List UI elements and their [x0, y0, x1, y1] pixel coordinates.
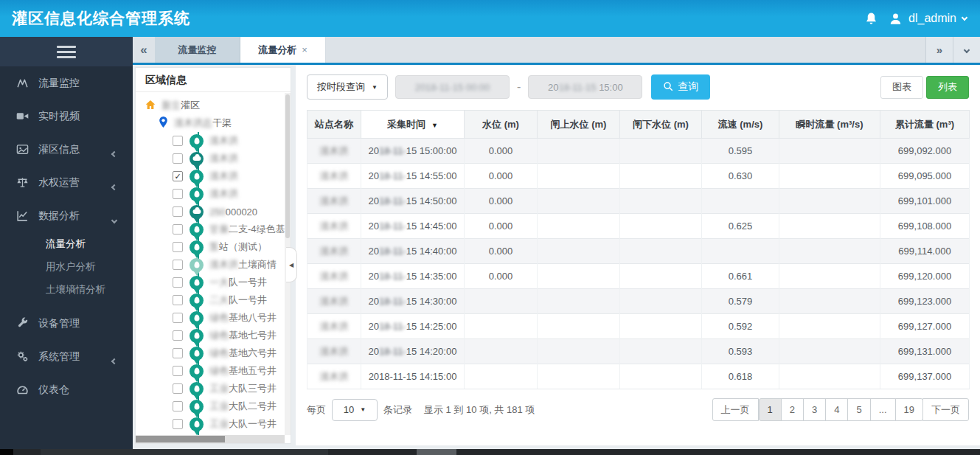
tree-item[interactable]: 绿色基地八号井: [145, 309, 285, 327]
tree-horizontal-scrollbar[interactable]: [136, 435, 285, 443]
sidebar-item[interactable]: 系统管理: [0, 340, 133, 373]
table-row[interactable]: 漠木洪2018-11-15 14:40:000.000699,114.000: [307, 239, 970, 264]
time-cell: 2018-11-15 14:55:00: [361, 164, 465, 189]
sidebar-item[interactable]: 设备管理: [0, 307, 133, 340]
date-to-input[interactable]: 2018-11-15 15:00: [528, 75, 642, 99]
tree-item[interactable]: 工业大队一号井: [145, 415, 285, 433]
tree-item[interactable]: 工业大队二号井: [145, 397, 285, 415]
tree-checkbox[interactable]: [173, 383, 183, 394]
tree-item[interactable]: 绿色基地七号井: [145, 327, 285, 344]
table-row[interactable]: 漠木洪2018-11-15 15:00:000.0000.595699,092.…: [307, 139, 970, 164]
table-row[interactable]: 漠木洪2018-11-15 14:20:000.593699,131.000: [307, 339, 970, 364]
tree-checkbox[interactable]: [173, 277, 183, 288]
tabs-menu-icon[interactable]: [953, 37, 980, 63]
tree-checkbox[interactable]: [173, 366, 183, 376]
tree-checkbox[interactable]: [173, 260, 183, 270]
tree-item[interactable]: 泵站（测试）: [145, 238, 285, 256]
tree-checkbox[interactable]: [173, 295, 183, 305]
tree-item-label: 一大队一号井: [209, 276, 267, 289]
page-number-button[interactable]: 5: [847, 398, 870, 421]
tree-root-node[interactable]: 新立灌区: [145, 97, 285, 114]
page-number-button[interactable]: 3: [803, 398, 826, 421]
tree-checkbox[interactable]: [173, 206, 183, 217]
tree-branch-node[interactable]: 漠木洪总干渠: [145, 114, 285, 132]
bottom-scrollbar[interactable]: [0, 449, 980, 455]
tree-checkbox[interactable]: [173, 348, 183, 358]
tree-checkbox[interactable]: [173, 136, 183, 146]
tree-item-label: 二大队一号井: [209, 294, 267, 307]
page-number-button[interactable]: 19: [895, 398, 923, 421]
chart-view-button[interactable]: 图表: [880, 76, 923, 99]
sidebar-subitem[interactable]: 流量分析: [0, 232, 133, 255]
table-row[interactable]: 漠木洪2018-11-15 14:15:000.618699,137.000: [307, 364, 970, 389]
tree-item[interactable]: 漠木洪: [145, 150, 285, 167]
tabs-scroll-right-icon[interactable]: »: [925, 37, 953, 63]
sidebar-subitem[interactable]: 土壤墒情分析: [0, 278, 133, 301]
tree-item[interactable]: 甘泉二支-4绿色基地: [145, 220, 285, 238]
level-cell: [465, 339, 538, 364]
prev-page-button[interactable]: 上一页: [712, 398, 759, 421]
tree-checkbox[interactable]: [173, 189, 183, 199]
tree-collapse-handle[interactable]: ◀: [286, 247, 297, 282]
tree-item[interactable]: 工业大队三号井: [145, 380, 285, 397]
sidebar-item[interactable]: 数据分析: [0, 199, 133, 232]
sidebar-item[interactable]: 流量监控: [0, 66, 133, 100]
tree-item[interactable]: 绿色基地五号井: [145, 362, 285, 380]
page-number-button[interactable]: 2: [781, 398, 804, 421]
tabs-scroll-left-icon[interactable]: «: [133, 37, 155, 63]
query-mode-select[interactable]: 按时段查询 ▼: [307, 74, 388, 100]
tree-item[interactable]: 漠木洪: [145, 132, 285, 150]
next-page-button[interactable]: 下一页: [922, 398, 969, 421]
table-row[interactable]: 漠木洪2018-11-15 14:35:000.0000.661699,120.…: [307, 264, 970, 289]
gate-down-cell: [620, 339, 702, 364]
station-cell: 漠木洪: [307, 339, 361, 364]
tree-checkbox[interactable]: [173, 153, 183, 164]
tree-item[interactable]: 绿色基地六号井: [145, 344, 285, 362]
tree-checkbox[interactable]: [173, 419, 183, 429]
tree-checkbox[interactable]: [173, 401, 183, 411]
column-header[interactable]: 采集时间▼: [361, 111, 465, 139]
tree-checkbox[interactable]: [173, 313, 183, 323]
tab-active[interactable]: 流量分析×: [240, 37, 326, 63]
tree-item[interactable]: 一大队一号井: [145, 274, 285, 291]
tree-checkbox[interactable]: [173, 330, 183, 341]
date-from-input[interactable]: 2018-11-15 00:00: [395, 75, 510, 99]
hamburger-menu-icon[interactable]: [57, 46, 76, 58]
tab-item[interactable]: 流量监控: [155, 37, 240, 63]
page-number-button[interactable]: 4: [825, 398, 848, 421]
velocity-cell: 0.618: [702, 364, 779, 389]
user-menu[interactable]: dl_admin: [889, 12, 967, 26]
marker-drop-icon: [190, 382, 204, 396]
tree-item[interactable]: 二大队一号井: [145, 291, 285, 309]
tree-checkbox[interactable]: [173, 224, 183, 235]
sidebar-item-label: 水权运营: [38, 176, 80, 190]
per-page-select[interactable]: 10 ▼: [332, 399, 378, 421]
table-row[interactable]: 漠木洪2018-11-15 14:50:000.000699,101.000: [307, 189, 970, 214]
gate-up-cell: [538, 189, 620, 214]
tree-checkbox[interactable]: [173, 242, 183, 252]
sidebar-item[interactable]: 灌区信息: [0, 133, 133, 166]
table-row[interactable]: 漠木洪2018-11-15 14:25:000.592699,127.000: [307, 314, 970, 339]
table-row[interactable]: 漠木洪2018-11-15 14:55:000.0000.630699,095.…: [307, 164, 970, 189]
instant-cell: [779, 189, 880, 214]
tab-close-icon[interactable]: ×: [302, 44, 307, 55]
tree-item[interactable]: ✓漠木洪: [145, 167, 285, 185]
table-row[interactable]: 漠木洪2018-11-15 14:30:000.579699,123.000: [307, 289, 970, 314]
marker-light-icon: [190, 258, 204, 272]
table-row[interactable]: 漠木洪2018-11-15 14:45:000.0000.625699,108.…: [307, 214, 970, 239]
sidebar-item[interactable]: 水权运营: [0, 166, 133, 199]
bell-icon[interactable]: [864, 12, 878, 26]
sidebar-item[interactable]: 实时视频: [0, 100, 133, 133]
list-view-button[interactable]: 列表: [926, 76, 969, 99]
search-button[interactable]: 查询: [651, 74, 710, 100]
tree-item[interactable]: 250000020: [145, 203, 285, 220]
sidebar-item[interactable]: 仪表仓: [0, 373, 133, 406]
tree-item[interactable]: 漠木洪: [145, 185, 285, 203]
tree-item[interactable]: 漠木洪土壤商情: [145, 256, 285, 274]
page-number-button[interactable]: ...: [870, 398, 896, 421]
sidebar-item-label: 设备管理: [38, 317, 80, 330]
tree-checkbox[interactable]: ✓: [173, 171, 183, 181]
sidebar-subitem[interactable]: 用水户分析: [0, 255, 133, 278]
total-cell: 699,092.000: [880, 139, 970, 164]
page-number-button[interactable]: 1: [759, 398, 782, 421]
